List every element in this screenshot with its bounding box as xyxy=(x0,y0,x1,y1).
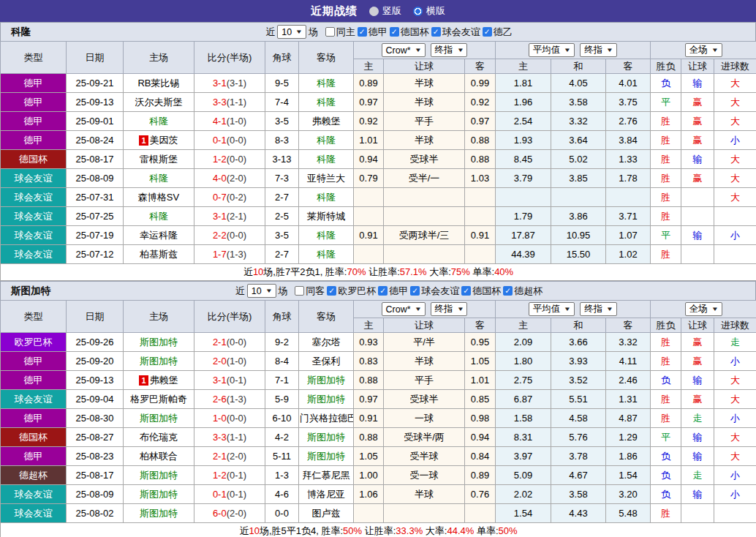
odds-final-select[interactable]: 终指▼ xyxy=(431,302,468,316)
competition-filter-1[interactable]: ✓球会友谊 xyxy=(410,285,459,298)
chevron-down-icon: ▼ xyxy=(606,306,613,312)
checked-checkbox-icon[interactable]: ✓ xyxy=(410,286,420,296)
date-cell: 25-08-30 xyxy=(67,409,124,428)
odds-away-cell xyxy=(465,207,496,226)
home-team-cell: 斯图加特 xyxy=(124,409,194,428)
radio-horizontal-label: 横版 xyxy=(426,4,445,18)
wdl-result-cell: 胜 xyxy=(651,207,681,226)
team-table: 斯图加特 近 10▼ 场 同客 ✓欧罗巴杯✓德甲✓球会友谊✓德国杯✓德超杯 类型… xyxy=(0,281,756,537)
team-text: 布伦瑞克 xyxy=(140,432,178,443)
avg-draw-cell: 3.93 xyxy=(551,352,606,371)
score-cell: 2-6(1-3) xyxy=(194,390,265,409)
date-cell: 25-08-24 xyxy=(67,131,124,150)
checked-checkbox-icon[interactable]: ✓ xyxy=(327,286,336,296)
chevron-down-icon: ▼ xyxy=(564,306,571,312)
checked-checkbox-icon[interactable]: ✓ xyxy=(431,27,441,37)
bookmaker-select[interactable]: Crow*▼ xyxy=(382,43,426,57)
results-table: 类型 日期 主场 比分(半场) 角球 客场 Crow*▼终指▼ 平均值▼终指▼ … xyxy=(0,300,756,537)
scope-select[interactable]: 全场▼ xyxy=(685,302,722,316)
average-final-select[interactable]: 终指▼ xyxy=(580,43,617,57)
checked-checkbox-icon[interactable]: ✓ xyxy=(358,27,367,37)
average-select[interactable]: 平均值▼ xyxy=(529,302,575,316)
radio-vertical-layout[interactable]: 竖版 xyxy=(369,4,401,18)
filter-bar: 近 10▼ 场 同主 ✓德甲✓德国杯✓球会友谊✓德乙 xyxy=(243,25,512,39)
match-row: 德甲 25-09-01 科隆 4-1(1-0) 3-5 弗赖堡 0.92 平手 … xyxy=(1,112,756,131)
radio-unselected-icon[interactable] xyxy=(369,7,379,16)
checked-checkbox-icon[interactable]: ✓ xyxy=(378,286,388,296)
handicap-line-cell: 半球 xyxy=(384,131,465,150)
average-select[interactable]: 平均值▼ xyxy=(529,43,575,57)
scope-select[interactable]: 全场▼ xyxy=(685,43,722,57)
odds-home-cell: 0.97 xyxy=(354,93,384,112)
handicap-line-cell: 平手 xyxy=(384,371,465,390)
competition-filter-1[interactable]: ✓德甲 xyxy=(378,285,408,298)
team-text: 科隆 xyxy=(317,78,336,89)
handicap-result-cell: 赢 xyxy=(681,169,714,188)
goals-result-cell: 小 xyxy=(714,226,756,245)
away-team-cell: 门兴格拉德巴赫 xyxy=(299,409,354,428)
avg-draw-cell: 4.05 xyxy=(551,74,606,93)
odds-away-cell: 0.84 xyxy=(465,447,496,466)
checked-checkbox-icon[interactable]: ✓ xyxy=(390,27,399,37)
handicap-result-cell: 输 xyxy=(681,150,714,169)
date-cell: 25-08-09 xyxy=(67,169,124,188)
match-row: 球会友谊 25-07-31 森博格SV 0-7(0-2) 2-7 科隆 胜 大 xyxy=(1,188,756,207)
radio-horizontal-layout[interactable]: 横版 xyxy=(413,4,445,18)
checked-checkbox-icon[interactable]: ✓ xyxy=(483,27,492,37)
home-team-cell: 1弗赖堡 xyxy=(124,371,194,390)
date-cell: 25-07-25 xyxy=(67,207,124,226)
goals-result-cell: 小 xyxy=(714,409,756,428)
competition-filter-0[interactable]: ✓球会友谊 xyxy=(431,26,480,39)
corner-cell: 8-3 xyxy=(265,131,299,150)
bookmaker-select[interactable]: Crow*▼ xyxy=(382,302,426,316)
competition-filter-0[interactable]: ✓德甲 xyxy=(358,26,388,39)
match-count-select[interactable]: 10▼ xyxy=(277,25,306,39)
avg-draw-cell: 3.66 xyxy=(551,333,606,352)
unchecked-checkbox-icon[interactable] xyxy=(295,286,304,296)
odds-away-cell: 1.01 xyxy=(465,371,496,390)
odds-final-select[interactable]: 终指▼ xyxy=(431,43,468,57)
avg-away-cell: 2.46 xyxy=(606,371,651,390)
competition-filter-1[interactable]: ✓德国杯 xyxy=(461,285,501,298)
odds-away-cell: 0.88 xyxy=(465,131,496,150)
avg-draw-cell: 4.58 xyxy=(551,409,606,428)
corner-cell: 5-11 xyxy=(265,447,299,466)
date-cell: 25-09-13 xyxy=(67,371,124,390)
col-odds-away: 客 xyxy=(465,318,496,333)
checked-checkbox-icon[interactable]: ✓ xyxy=(503,286,513,296)
competition-filter-0[interactable]: ✓德国杯 xyxy=(390,26,429,39)
team-text: 弗赖堡 xyxy=(312,116,341,127)
team-text: 莱斯特城 xyxy=(307,211,345,222)
same-venue-checkbox[interactable]: 同主 xyxy=(325,26,355,39)
competition-type-cell: 德甲 xyxy=(1,447,67,466)
home-team-cell: 布伦瑞克 xyxy=(124,428,194,447)
competition-type-cell: 德甲 xyxy=(1,131,67,150)
chevron-down-icon: ▼ xyxy=(265,288,272,294)
avg-draw-cell: 3.32 xyxy=(551,112,606,131)
avg-home-cell: 8.31 xyxy=(496,428,551,447)
score-cell: 1-7(1-3) xyxy=(194,245,265,264)
handicap-line-cell: 受半球 xyxy=(384,447,465,466)
competition-filter-1[interactable]: ✓欧罗巴杯 xyxy=(327,285,376,298)
wdl-result-cell: 胜 xyxy=(651,333,681,352)
col-avg-draw: 和 xyxy=(551,59,606,74)
unchecked-checkbox-icon[interactable] xyxy=(325,27,335,37)
match-row: 德甲 25-09-21 RB莱比锡 3-1(3-1) 9-5 科隆 0.89 半… xyxy=(1,74,756,93)
radio-selected-icon[interactable] xyxy=(413,7,423,16)
competition-filter-1[interactable]: ✓德超杯 xyxy=(503,285,543,298)
avg-home-cell: 2.75 xyxy=(496,371,551,390)
team-header-band: 科隆 近 10▼ 场 同主 ✓德甲✓德国杯✓球会友谊✓德乙 xyxy=(0,22,756,41)
avg-draw-cell: 15.50 xyxy=(551,245,606,264)
match-row: 德甲 25-09-20 斯图加特 2-0(1-0) 8-4 圣保利 0.83 半… xyxy=(1,352,756,371)
team-text: 科隆 xyxy=(317,154,336,165)
home-team-cell: 幸运科隆 xyxy=(124,226,194,245)
handicap-line-cell: 受球半/两 xyxy=(384,428,465,447)
odds-home-cell: 0.79 xyxy=(354,169,384,188)
away-team-cell: 拜仁慕尼黑 xyxy=(299,466,354,485)
same-venue-checkbox[interactable]: 同客 xyxy=(295,285,325,298)
checked-checkbox-icon[interactable]: ✓ xyxy=(461,286,471,296)
average-final-select[interactable]: 终指▼ xyxy=(580,302,617,316)
match-count-select[interactable]: 10▼ xyxy=(247,284,276,298)
competition-filter-0[interactable]: ✓德乙 xyxy=(483,26,513,39)
team-text: 弗赖堡 xyxy=(150,375,178,386)
